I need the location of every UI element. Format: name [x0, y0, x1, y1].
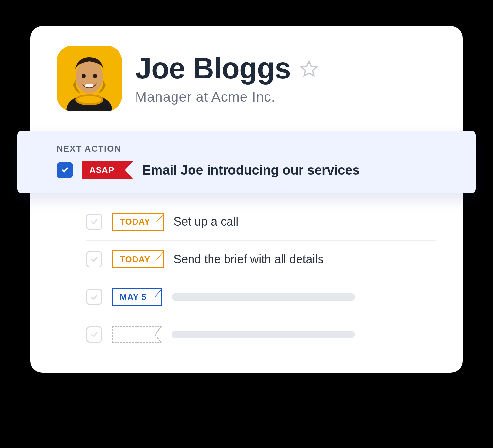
priority-flag-asap: ASAP	[82, 161, 133, 179]
next-action-label: NEXT ACTION	[57, 144, 456, 154]
contact-header: Joe Bloggs Manager at Acme Inc.	[30, 26, 463, 124]
svg-rect-4	[85, 84, 93, 87]
check-icon	[90, 330, 99, 339]
contact-card: Joe Bloggs Manager at Acme Inc. NEXT ACT…	[30, 26, 463, 373]
next-action-panel: NEXT ACTION ASAP Email Joe introducing o…	[17, 131, 476, 193]
task-row[interactable]	[86, 316, 436, 353]
priority-flag-today: TODAY	[112, 213, 164, 231]
flag-label: MAY 5	[120, 292, 147, 302]
flag-notch-icon	[155, 326, 162, 343]
task-checkbox[interactable]	[86, 289, 102, 305]
task-title-placeholder	[172, 293, 355, 301]
task-row[interactable]: TODAY Set up a call	[86, 203, 436, 241]
svg-point-2	[82, 74, 86, 78]
priority-flag-empty[interactable]	[112, 326, 162, 343]
avatar-image	[57, 46, 122, 111]
svg-point-3	[93, 74, 97, 78]
task-title: Send the brief with all details	[173, 252, 323, 266]
contact-subtitle: Manager at Acme Inc.	[135, 89, 436, 105]
flag-label: ASAP	[89, 165, 114, 175]
priority-flag-date: MAY 5	[112, 288, 162, 306]
check-icon	[90, 255, 99, 264]
task-row[interactable]: TODAY Send the brief with all details	[86, 241, 436, 278]
next-action-title: Email Joe introducing our services	[142, 163, 360, 178]
next-action-checkbox[interactable]	[57, 162, 73, 178]
task-checkbox[interactable]	[86, 251, 102, 267]
flag-label: TODAY	[120, 254, 150, 265]
check-icon	[61, 166, 69, 174]
star-icon[interactable]	[300, 60, 318, 78]
contact-name-block: Joe Bloggs Manager at Acme Inc.	[135, 46, 436, 105]
avatar[interactable]	[57, 46, 122, 111]
task-row[interactable]: MAY 5	[86, 278, 436, 316]
contact-name: Joe Bloggs	[135, 52, 291, 85]
check-icon	[90, 217, 99, 226]
priority-flag-today: TODAY	[112, 250, 164, 268]
task-checkbox[interactable]	[86, 326, 102, 343]
next-action-row[interactable]: ASAP Email Joe introducing our services	[57, 161, 456, 179]
task-list: TODAY Set up a call TODAY Send the brief…	[30, 200, 463, 353]
task-title-placeholder	[172, 331, 355, 338]
task-title: Set up a call	[173, 215, 238, 229]
flag-label: TODAY	[120, 217, 150, 227]
task-checkbox[interactable]	[86, 214, 102, 230]
check-icon	[90, 293, 99, 301]
